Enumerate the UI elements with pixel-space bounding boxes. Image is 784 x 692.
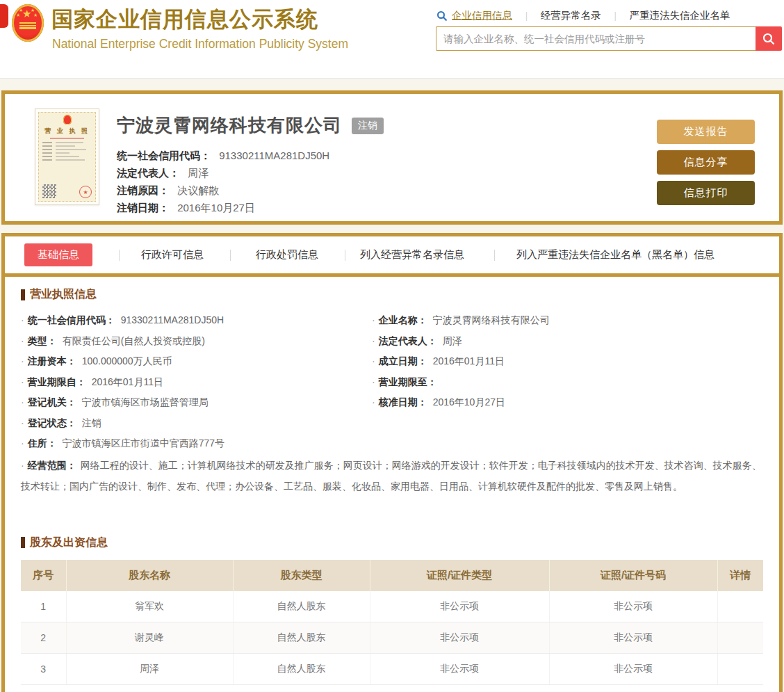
license-text-line bbox=[42, 152, 92, 154]
field-business-scope: ·经营范围：网络工程的设计、施工；计算机网络技术的研发及推广服务；网页设计；网络… bbox=[21, 455, 763, 497]
search-icon bbox=[436, 10, 448, 22]
site-title: 国家企业信用信息公示系统 bbox=[51, 5, 318, 34]
detail-card: 基础信息 行政许可信息 行政处罚信息 列入经营异常名录信息 列入严重违法失信企业… bbox=[1, 233, 783, 692]
col-header-no: 序号 bbox=[21, 560, 66, 591]
national-emblem-logo: ★ ★ ★ ★ ★ bbox=[10, 3, 45, 43]
tab-basic-info[interactable]: 基础信息 bbox=[24, 243, 92, 266]
tab-separator bbox=[119, 250, 120, 261]
table-row: 3 周泽 自然人股东 非公示项 非公示项 bbox=[21, 654, 763, 685]
top-nav: 企业信用信息 ｜ 经营异常名录 ｜ 严重违法失信企业名单 bbox=[436, 9, 730, 22]
license-text-line bbox=[42, 159, 92, 161]
col-header-cert-number: 证照/证件号码 bbox=[549, 560, 717, 591]
action-buttons: 发送报告 信息分享 信息打印 bbox=[657, 120, 755, 211]
red-seal-icon: ★ bbox=[79, 186, 92, 198]
field-establish-date: ·成立日期：2016年01月11日 bbox=[372, 351, 763, 372]
license-text-line bbox=[42, 145, 92, 147]
search-icon bbox=[762, 32, 776, 46]
section-title-license-info: 营业执照信息 bbox=[21, 287, 763, 302]
tab-separator bbox=[345, 250, 345, 261]
status-badge-cancelled: 注销 bbox=[352, 118, 384, 134]
nav-link-serious-violations[interactable]: 严重违法失信企业名单 bbox=[629, 9, 730, 22]
license-text-line bbox=[42, 142, 92, 143]
license-fields: ·统一社会信用代码：91330211MA281DJ50H ·类型：有限责任公司(… bbox=[21, 310, 763, 454]
gold-divider bbox=[5, 273, 779, 277]
site-header: ★ ★ ★ ★ ★ 国家企业信用信息公示系统 National Enterpri… bbox=[0, 0, 784, 79]
company-name: 宁波灵霄网络科技有限公司 bbox=[117, 113, 342, 138]
field-registered-capital: ·注册资本：100.000000万人民币 bbox=[21, 351, 372, 372]
emblem-star-icon: ★ bbox=[19, 8, 23, 13]
field-address: ·住所：宁波市镇海区庄市街道中官西路777号 bbox=[21, 433, 372, 454]
col-header-cert-type: 证照/证件类型 bbox=[370, 560, 549, 591]
company-info-block: 宁波灵霄网络科技有限公司 注销 统一社会信用代码： 91330211MA281D… bbox=[117, 113, 384, 216]
detail-cell[interactable] bbox=[717, 591, 763, 622]
col-header-shareholder-type: 股东类型 bbox=[233, 560, 370, 591]
license-paper: 营 业 执 照 ★ bbox=[38, 112, 96, 202]
license-text-line bbox=[42, 156, 92, 157]
nav-link-enterprise-credit[interactable]: 企业信用信息 bbox=[452, 9, 512, 22]
field-legal-rep: ·法定代表人：周泽 bbox=[372, 331, 763, 352]
field-company-name: ·企业名称：宁波灵霄网络科技有限公司 bbox=[372, 310, 763, 331]
print-info-button[interactable]: 信息打印 bbox=[657, 181, 755, 205]
site-subtitle: National Enterprise Credit Information P… bbox=[52, 37, 348, 51]
emblem-star-icon: ★ bbox=[16, 13, 20, 18]
search-button[interactable] bbox=[756, 26, 782, 51]
license-bottom: ★ bbox=[42, 184, 92, 198]
section-marker bbox=[21, 289, 25, 300]
emblem-gate-icon bbox=[19, 22, 36, 29]
fields-right-column: ·企业名称：宁波灵霄网络科技有限公司 ·法定代表人：周泽 ·成立日期：2016年… bbox=[372, 310, 763, 454]
shareholders-table: 序号 股东名称 股东类型 证照/证件类型 证照/证件号码 详情 1 翁军欢 自然… bbox=[21, 560, 763, 686]
nav-separator: ｜ bbox=[611, 10, 620, 22]
section-title-shareholders: 股东及出资信息 bbox=[21, 536, 763, 550]
send-report-button[interactable]: 发送报告 bbox=[657, 120, 755, 144]
table-header-row: 序号 股东名称 股东类型 证照/证件类型 证照/证件号码 详情 bbox=[21, 560, 763, 591]
field-term-from: ·营业期限自：2016年01月11日 bbox=[21, 372, 372, 393]
license-text-line bbox=[42, 149, 92, 150]
company-field-credit-code: 统一社会信用代码： 91330211MA281DJ50H bbox=[117, 147, 384, 164]
field-term-to: ·营业期限至： bbox=[372, 372, 763, 393]
emblem-star-icon: ★ bbox=[33, 13, 38, 18]
company-summary-card: 营 业 执 照 ★ 宁波灵霄网络科技有限公司 注销 bbox=[1, 90, 783, 225]
search-input[interactable] bbox=[436, 26, 756, 51]
share-info-button[interactable]: 信息分享 bbox=[657, 150, 755, 175]
tab-admin-license[interactable]: 行政许可信息 bbox=[141, 248, 204, 261]
field-registration-authority: ·登记机关：宁波市镇海区市场监督管理局 bbox=[21, 392, 372, 413]
section-marker bbox=[21, 537, 25, 548]
tab-blacklist[interactable]: 列入严重违法失信企业名单（黑名单）信息 bbox=[516, 248, 714, 261]
page: ★ ★ ★ ★ ★ 国家企业信用信息公示系统 National Enterpri… bbox=[0, 0, 784, 692]
license-redline bbox=[50, 138, 85, 139]
company-field-cancel-reason: 注销原因： 决议解散 bbox=[117, 182, 384, 199]
partial-emblem-decoration bbox=[0, 4, 8, 28]
qr-code-icon bbox=[42, 184, 56, 198]
detail-cell[interactable] bbox=[717, 622, 763, 654]
tab-separator bbox=[494, 250, 495, 261]
col-header-shareholder-name: 股东名称 bbox=[66, 560, 233, 591]
tab-abnormal-list[interactable]: 列入经营异常名录信息 bbox=[360, 248, 464, 261]
business-license-thumbnail: 营 业 执 照 ★ bbox=[35, 108, 99, 205]
license-title: 营 业 执 照 bbox=[42, 127, 92, 136]
field-approval-date: ·核准日期：2016年10月27日 bbox=[372, 392, 763, 413]
nav-link-abnormal-operations[interactable]: 经营异常名录 bbox=[541, 9, 601, 22]
basic-info-content: 营业执照信息 ·统一社会信用代码：91330211MA281DJ50H ·类型：… bbox=[5, 287, 779, 685]
emblem-star-icon: ★ bbox=[31, 8, 35, 13]
table-row: 1 翁军欢 自然人股东 非公示项 非公示项 bbox=[21, 591, 763, 622]
fields-left-column: ·统一社会信用代码：91330211MA281DJ50H ·类型：有限责任公司(… bbox=[21, 310, 372, 454]
license-emblem-icon bbox=[63, 115, 72, 124]
field-type: ·类型：有限责任公司(自然人投资或控股) bbox=[21, 331, 372, 352]
table-row: 2 谢灵峰 自然人股东 非公示项 非公示项 bbox=[21, 622, 763, 654]
search-bar bbox=[436, 26, 782, 51]
company-field-cancel-date: 注销日期： 2016年10月27日 bbox=[117, 199, 384, 216]
field-credit-code: ·统一社会信用代码：91330211MA281DJ50H bbox=[21, 310, 372, 331]
tab-separator bbox=[230, 250, 231, 261]
col-header-detail: 详情 bbox=[717, 560, 763, 591]
field-registration-status: ·登记状态：注销 bbox=[21, 413, 372, 434]
detail-cell[interactable] bbox=[717, 654, 763, 685]
nav-separator: ｜ bbox=[522, 10, 531, 22]
company-field-legal-rep: 法定代表人： 周泽 bbox=[117, 164, 384, 182]
tab-admin-penalty[interactable]: 行政处罚信息 bbox=[256, 248, 318, 261]
tab-bar: 基础信息 行政许可信息 行政处罚信息 列入经营异常名录信息 列入严重违法失信企业… bbox=[5, 236, 779, 273]
